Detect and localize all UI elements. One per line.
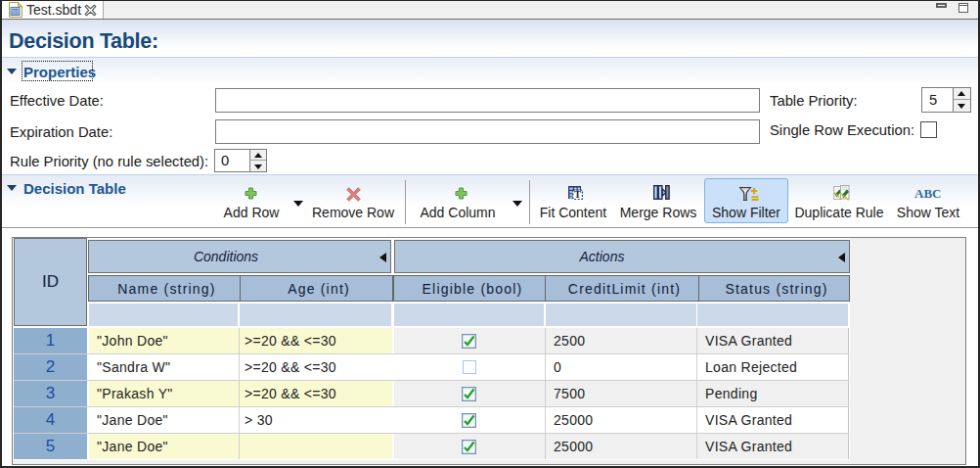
svg-text:T: T — [574, 189, 581, 200]
